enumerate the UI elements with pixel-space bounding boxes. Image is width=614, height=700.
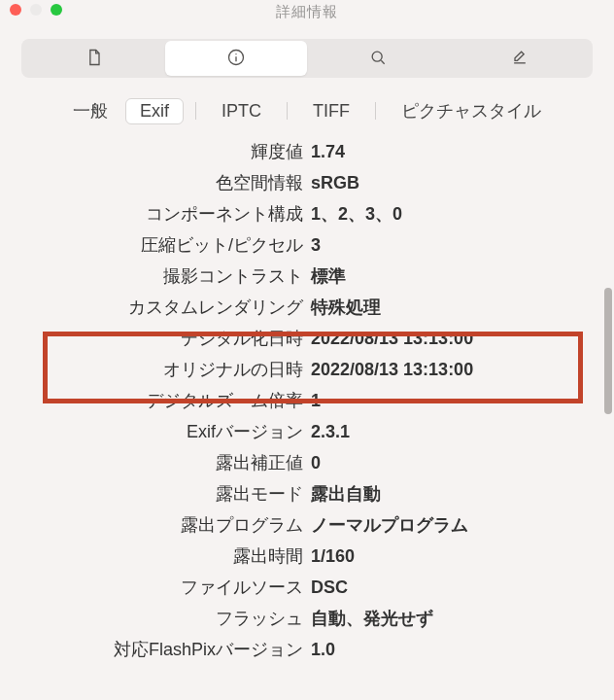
exif-row: デジタル化日時2022/08/13 13:13:00 xyxy=(0,327,614,358)
exif-value: 3 xyxy=(311,235,321,256)
exif-value: 1.0 xyxy=(311,640,335,660)
toolbar-search-tab[interactable] xyxy=(307,41,449,76)
close-window-button[interactable] xyxy=(10,4,21,16)
exif-row: Exifバージョン2.3.1 xyxy=(0,420,614,451)
exif-row: デジタルズーム倍率1 xyxy=(0,389,614,420)
exif-label: コンポーネント構成 xyxy=(0,202,311,226)
exif-value: sRGB xyxy=(311,173,359,193)
exif-value: 特殊処理 xyxy=(311,296,381,319)
window-controls xyxy=(10,4,62,16)
tab-picturestyle[interactable]: ピクチャスタイル xyxy=(388,97,555,124)
tab-divider xyxy=(195,102,196,120)
exif-row: 圧縮ビット/ピクセル3 xyxy=(0,233,614,264)
tab-divider xyxy=(375,102,376,120)
exif-row: フラッシュ自動、発光せず xyxy=(0,607,614,638)
exif-label: 露出モード xyxy=(0,482,311,506)
exif-row: 露出モード露出自動 xyxy=(0,482,614,513)
tab-divider xyxy=(287,102,288,120)
exif-value: 1、2、3、0 xyxy=(311,202,402,226)
exif-row: 露出補正値0 xyxy=(0,451,614,482)
exif-value: 2.3.1 xyxy=(311,422,350,442)
exif-label: オリジナルの日時 xyxy=(0,358,311,381)
scrollbar-thumb[interactable] xyxy=(604,288,612,414)
exif-label: 露出時間 xyxy=(0,544,311,568)
category-tabs: 一般 Exif IPTC TIFF ピクチャスタイル xyxy=(21,97,593,124)
exif-label: 色空間情報 xyxy=(0,171,311,194)
info-icon xyxy=(226,48,246,70)
exif-label: 対応FlashPixバージョン xyxy=(0,638,311,661)
exif-value: ノーマルプログラム xyxy=(311,513,468,537)
exif-value: 1/160 xyxy=(311,546,355,567)
exif-label: 露出プログラム xyxy=(0,513,311,537)
svg-point-3 xyxy=(372,52,382,61)
exif-value: 1 xyxy=(311,391,321,411)
toolbar-edit-tab[interactable] xyxy=(449,41,591,76)
tab-exif[interactable]: Exif xyxy=(125,98,184,124)
svg-point-2 xyxy=(235,53,236,54)
edit-icon xyxy=(510,48,529,70)
toolbar-info-tab[interactable] xyxy=(165,41,307,76)
exif-row: 撮影コントラスト標準 xyxy=(0,264,614,296)
exif-label: Exifバージョン xyxy=(0,420,311,443)
exif-content: 輝度値1.74 色空間情報sRGB コンポーネント構成1、2、3、0 圧縮ビット… xyxy=(0,132,614,692)
exif-row: 輝度値1.74 xyxy=(0,140,614,171)
exif-row: 色空間情報sRGB xyxy=(0,171,614,202)
exif-value: 2022/08/13 13:13:00 xyxy=(311,329,473,349)
zoom-window-button[interactable] xyxy=(51,4,62,16)
exif-label: ファイルソース xyxy=(0,576,311,599)
exif-rows: 輝度値1.74 色空間情報sRGB コンポーネント構成1、2、3、0 圧縮ビット… xyxy=(0,132,614,669)
exif-value: 2022/08/13 13:13:00 xyxy=(311,360,473,380)
exif-value: 0 xyxy=(311,453,321,473)
exif-value: 標準 xyxy=(311,264,346,288)
minimize-window-button[interactable] xyxy=(30,4,42,16)
svg-line-4 xyxy=(381,60,384,63)
exif-value: 1.74 xyxy=(311,142,345,162)
exif-label: カスタムレンダリング xyxy=(0,296,311,319)
exif-label: 圧縮ビット/ピクセル xyxy=(0,233,311,257)
exif-row: 対応FlashPixバージョン1.0 xyxy=(0,638,614,669)
toolbar-segmented xyxy=(21,39,593,78)
exif-label: フラッシュ xyxy=(0,607,311,630)
exif-label: 撮影コントラスト xyxy=(0,264,311,288)
tab-tiff[interactable]: TIFF xyxy=(299,99,363,123)
exif-row: オリジナルの日時2022/08/13 13:13:00 xyxy=(0,358,614,389)
toolbar-file-tab[interactable] xyxy=(23,41,165,76)
exif-row: カスタムレンダリング特殊処理 xyxy=(0,296,614,327)
exif-label: デジタル化日時 xyxy=(0,327,311,350)
exif-label: 輝度値 xyxy=(0,140,311,163)
exif-row: 露出時間1/160 xyxy=(0,544,614,576)
window: 詳細情報 一般 Exif IPTC TIFF xyxy=(0,0,614,700)
exif-row: コンポーネント構成1、2、3、0 xyxy=(0,202,614,233)
file-icon xyxy=(85,48,104,70)
exif-value: DSC xyxy=(311,578,348,598)
exif-row: ファイルソースDSC xyxy=(0,576,614,607)
tab-iptc[interactable]: IPTC xyxy=(208,99,275,123)
exif-value: 自動、発光せず xyxy=(311,607,433,630)
tab-general[interactable]: 一般 xyxy=(59,97,121,124)
exif-row: 露出プログラムノーマルプログラム xyxy=(0,513,614,544)
titlebar: 詳細情報 xyxy=(0,0,614,23)
exif-value: 露出自動 xyxy=(311,482,381,506)
search-icon xyxy=(368,48,388,70)
exif-label: 露出補正値 xyxy=(0,451,311,474)
exif-label: デジタルズーム倍率 xyxy=(0,389,311,412)
window-title: 詳細情報 xyxy=(276,3,338,21)
